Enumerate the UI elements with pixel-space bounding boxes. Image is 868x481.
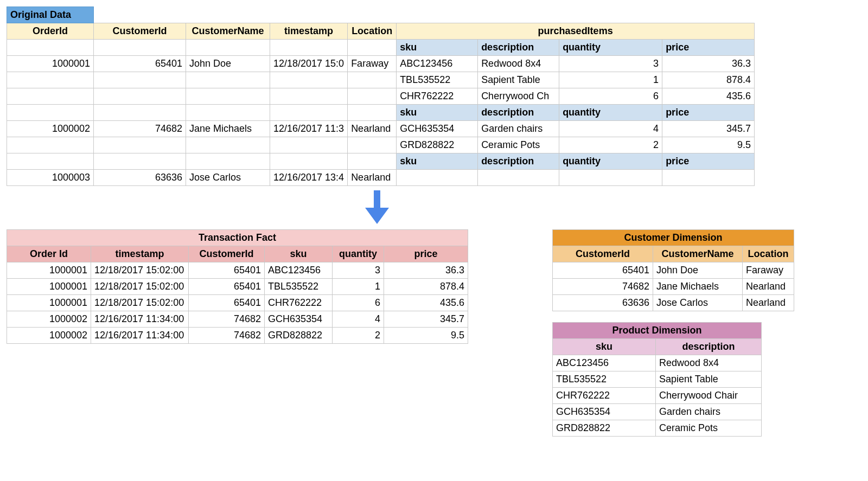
table-row: 100000363636Jose Carlos12/16/2017 13:4Ne… (7, 170, 755, 186)
table-row: 63636Jose CarlosNearland (553, 295, 794, 311)
table-row: GCH635354Garden chairs (553, 404, 762, 420)
original-header-row: OrderIdCustomerIdCustomerNametimestampLo… (7, 23, 755, 40)
table-row: GRD828822Ceramic Pots (553, 420, 762, 437)
table-row: 100000165401John Doe12/18/2017 15:0Faraw… (7, 56, 755, 72)
product-dimension-title: Product Dimension (553, 323, 762, 339)
table-row: 65401John DoeFaraway (553, 262, 794, 279)
transaction-fact-table: Transaction FactOrder IdtimestampCustome… (7, 229, 468, 344)
table-row: 100000112/18/2017 15:02:0065401CHR762222… (7, 295, 468, 311)
customer-dimension-title: Customer Dimension (553, 230, 794, 246)
transaction-fact-title: Transaction Fact (7, 230, 468, 246)
table-row: 100000212/16/2017 11:34:0074682GCH635354… (7, 311, 468, 328)
table-row: GRD828822Ceramic Pots29.5 (7, 137, 755, 153)
table-row: ABC123456Redwood 8x4 (553, 355, 762, 371)
table-row: TBL535522Sapient Table (553, 371, 762, 388)
original-data-table: Original DataOrderIdCustomerIdCustomerNa… (7, 7, 755, 186)
arrow-down-icon (7, 186, 747, 229)
table-row: 100000212/16/2017 11:34:0074682GRD828822… (7, 328, 468, 344)
table-row: 100000112/18/2017 15:02:0065401TBL535522… (7, 279, 468, 295)
customer-dimension-table: Customer DimensionCustomerIdCustomerName… (552, 229, 794, 311)
product-dimension-table: Product DimensionskudescriptionABC123456… (552, 322, 762, 437)
table-row: TBL535522Sapient Table1878.4 (7, 72, 755, 88)
table-row: 100000112/18/2017 15:02:0065401ABC123456… (7, 262, 468, 279)
original-data-badge: Original Data (7, 7, 94, 23)
table-row: 100000274682Jane Michaels12/16/2017 11:3… (7, 121, 755, 137)
table-row: CHR762222Cherrywood Ch6435.6 (7, 88, 755, 105)
table-row: 74682Jane MichaelsNearland (553, 279, 794, 295)
table-row: CHR762222Cherrywood Chair (553, 388, 762, 404)
